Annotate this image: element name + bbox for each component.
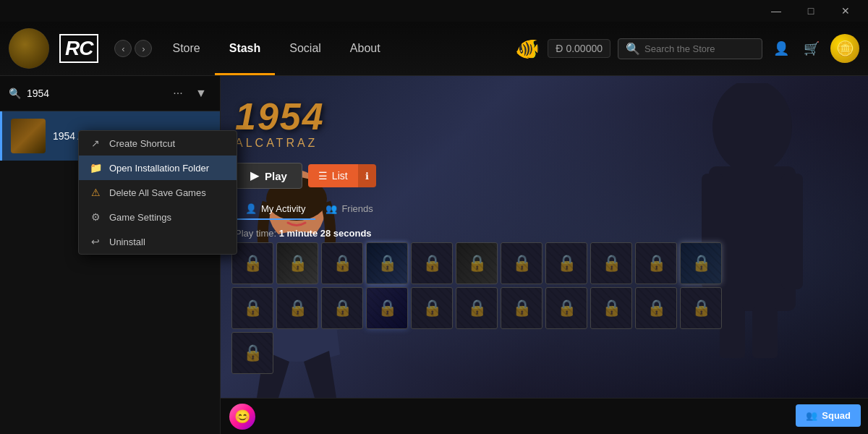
activity-tabs: 👤 My Activity 👥 Friends xyxy=(235,199,383,220)
list-button[interactable]: ☰ List xyxy=(308,164,358,187)
achievement-row-2: 🔒 🔒 🔒 🔒 🔒 🔒 🔒 🔒 🔒 🔒 🔒 xyxy=(231,287,857,329)
uninstall-label: Uninstall xyxy=(109,237,145,247)
game-title-sub: ALCATRAZ xyxy=(235,137,325,150)
context-menu: ↗ Create Shortcut 📁 Open Installation Fo… xyxy=(78,130,237,255)
achievement-item[interactable]: 🔒 xyxy=(545,287,587,329)
achievement-item[interactable]: 🔒 xyxy=(366,287,408,329)
achievement-item[interactable]: 🔒 xyxy=(276,242,318,284)
create-shortcut-icon: ↗ xyxy=(89,137,102,149)
achievement-item[interactable]: 🔒 xyxy=(411,242,453,284)
nav-forward-button[interactable]: › xyxy=(135,40,152,57)
achievement-item[interactable]: 🔒 xyxy=(680,242,722,284)
app-logo: RC xyxy=(59,34,98,63)
sidebar-filter-button[interactable]: ▼ xyxy=(191,83,211,103)
close-button[interactable]: ✕ xyxy=(829,0,862,22)
achievement-item[interactable]: 🔒 xyxy=(366,242,408,284)
play-label: Play xyxy=(265,170,287,182)
tab-friends[interactable]: 👥 Friends xyxy=(315,199,383,220)
game-thumbnail xyxy=(11,119,46,153)
token-icon: Ð xyxy=(556,43,563,54)
achievement-item[interactable]: 🔒 xyxy=(680,287,722,329)
context-open-folder[interactable]: 📁 Open Installation Folder xyxy=(79,156,237,180)
minimize-button[interactable]: — xyxy=(760,0,793,22)
nav-about[interactable]: About xyxy=(336,22,395,75)
play-icon: ▶ xyxy=(250,169,259,182)
nav-stash[interactable]: Stash xyxy=(215,22,276,75)
game-settings-icon: ⚙ xyxy=(89,211,102,223)
playtime-value: 1 minute 28 seconds xyxy=(279,228,372,239)
sidebar-search-bar: 🔍 ··· ▼ xyxy=(0,76,220,111)
game-settings-label: Game Settings xyxy=(109,212,171,223)
maximize-button[interactable]: □ xyxy=(794,0,827,22)
context-create-shortcut[interactable]: ↗ Create Shortcut xyxy=(79,131,237,156)
nav-right: 🐠 Ð 0.00000 🔍 👤 🛒 🪙 xyxy=(515,34,859,63)
achievement-item[interactable]: 🔒 xyxy=(635,242,677,284)
window-controls: — □ ✕ xyxy=(760,0,862,22)
delete-saves-label: Delete All Save Games xyxy=(109,187,206,198)
achievement-item[interactable]: 🔒 xyxy=(321,242,363,284)
bottom-avatar-icon: 😊 xyxy=(234,409,250,425)
bottom-avatar[interactable]: 😊 xyxy=(229,404,255,430)
sidebar-search-input[interactable] xyxy=(27,88,162,99)
delete-saves-icon: ⚠ xyxy=(89,187,102,198)
achievement-item[interactable]: 🔒 xyxy=(231,332,273,374)
list-info-button[interactable]: ℹ xyxy=(358,164,376,187)
achievement-item[interactable]: 🔒 xyxy=(276,287,318,329)
achievement-item[interactable]: 🔒 xyxy=(321,287,363,329)
game-controls: ▶ Play ☰ List ℹ xyxy=(235,163,376,189)
achievement-item[interactable]: 🔒 xyxy=(501,287,542,329)
achievement-item[interactable]: 🔒 xyxy=(590,287,632,329)
activity-tab-label: My Activity xyxy=(261,203,305,214)
achievement-item[interactable]: 🔒 xyxy=(545,242,587,284)
context-delete-saves[interactable]: ⚠ Delete All Save Games xyxy=(79,180,237,205)
squad-icon: 👥 xyxy=(806,410,817,421)
context-uninstall[interactable]: ↩ Uninstall xyxy=(79,229,237,254)
create-shortcut-label: Create Shortcut xyxy=(109,138,175,149)
nav-links: Store Stash Social About xyxy=(158,22,515,75)
topnav: RC ‹ › Store Stash Social About 🐠 Ð 0.00… xyxy=(0,22,868,76)
squad-button[interactable]: 👥 Squad xyxy=(796,404,861,427)
nav-store[interactable]: Store xyxy=(158,22,214,75)
titlebar: — □ ✕ xyxy=(0,0,868,22)
nav-back-button[interactable]: ‹ xyxy=(114,40,132,57)
list-button-group: ☰ List ℹ xyxy=(308,164,376,187)
context-game-settings[interactable]: ⚙ Game Settings xyxy=(79,205,237,229)
token-display: Ð 0.00000 xyxy=(548,39,610,58)
achievement-item[interactable]: 🔒 xyxy=(231,242,273,284)
info-icon: ℹ xyxy=(365,171,369,182)
user-icon-button[interactable]: 👤 xyxy=(770,37,793,60)
achievement-item[interactable]: 🔒 xyxy=(501,242,542,284)
gold-coin-button[interactable]: 🪙 xyxy=(830,34,859,63)
achievement-item[interactable]: 🔒 xyxy=(411,287,453,329)
sidebar-actions: ··· ▼ xyxy=(168,83,211,103)
open-folder-label: Open Installation Folder xyxy=(109,163,209,174)
activity-icon: 👤 xyxy=(245,203,257,214)
avatar-image xyxy=(9,28,49,69)
achievement-item[interactable]: 🔒 xyxy=(635,287,677,329)
achievement-item[interactable]: 🔒 xyxy=(590,242,632,284)
user-avatar[interactable] xyxy=(9,28,49,69)
search-input[interactable] xyxy=(644,43,754,54)
achievement-item[interactable]: 🔒 xyxy=(456,242,498,284)
sidebar-search-icon: 🔍 xyxy=(9,88,21,99)
playtime-display: Play time: 1 minute 28 seconds xyxy=(235,228,372,239)
game-thumb-img xyxy=(11,119,46,153)
search-box[interactable]: 🔍 xyxy=(618,38,762,59)
token-value: 0.00000 xyxy=(566,43,603,54)
tab-my-activity[interactable]: 👤 My Activity xyxy=(235,199,315,220)
sidebar-more-button[interactable]: ··· xyxy=(168,83,188,103)
cart-icon-button[interactable]: 🛒 xyxy=(800,37,823,60)
svg-point-0 xyxy=(712,83,792,174)
nav-social[interactable]: Social xyxy=(275,22,336,75)
play-button[interactable]: ▶ Play xyxy=(235,163,302,189)
list-icon: ☰ xyxy=(318,170,328,182)
achievement-row-3: 🔒 xyxy=(231,332,857,374)
list-label: List xyxy=(332,170,348,182)
playtime-label: Play time: xyxy=(235,228,276,239)
achievement-item[interactable]: 🔒 xyxy=(456,287,498,329)
logo-area: RC xyxy=(59,34,98,63)
achievement-row-1: 🔒 🔒 🔒 🔒 🔒 🔒 🔒 🔒 🔒 🔒 🔒 xyxy=(231,242,857,284)
achievement-item[interactable]: 🔒 xyxy=(231,287,273,329)
game-panel: 1954 ALCATRAZ ▶ Play ☰ List ℹ 👤 xyxy=(221,76,868,434)
achievement-grid: 🔒 🔒 🔒 🔒 🔒 🔒 🔒 🔒 🔒 🔒 🔒 🔒 🔒 🔒 🔒 🔒 🔒 xyxy=(231,242,857,377)
